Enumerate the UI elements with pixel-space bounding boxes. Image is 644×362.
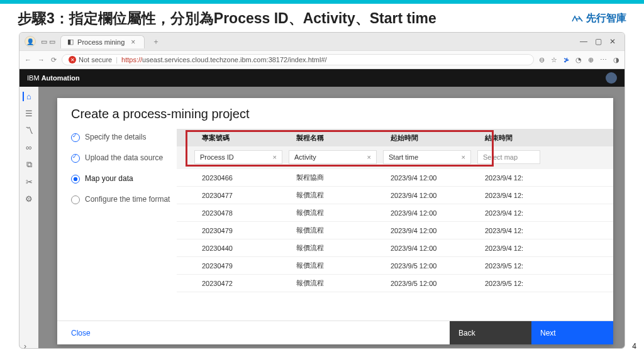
cell-activity: 報價流程 — [289, 190, 383, 200]
rail-settings-icon[interactable]: ⚙ — [25, 194, 33, 204]
cell-end: 2023/9/5 12: — [477, 262, 547, 270]
rail-copy-icon[interactable]: ⧉ — [26, 160, 32, 170]
ibm-brand: IBM Automation — [27, 74, 80, 82]
nav-refresh-icon[interactable]: ⟳ — [51, 56, 57, 64]
step-configure-time[interactable]: Configure the time format — [71, 195, 172, 204]
mapping-end-time[interactable]: Select map — [477, 150, 540, 164]
browser-tab[interactable]: ◧ Process mining × — [60, 35, 145, 48]
cell-id: 20230466 — [194, 174, 289, 182]
table-row: 20230477報價流程2023/9/4 12:002023/9/4 12: — [177, 187, 613, 204]
tab-title: Process mining — [77, 38, 125, 46]
clear-icon[interactable]: × — [273, 153, 277, 161]
cell-id: 20230477 — [194, 192, 289, 199]
cell-end: 2023/9/4 12: — [477, 227, 547, 234]
cell-end: 2023/9/4 12: — [477, 209, 547, 217]
col-header-1: 專案號碼 — [194, 133, 289, 143]
cell-id: 20230440 — [194, 244, 289, 252]
profile-avatar-icon[interactable]: 👤 — [25, 36, 36, 47]
mapping-process-id[interactable]: Process ID× — [194, 150, 282, 164]
browser-tabs-row: 👤 ▭ ▭ ◧ Process mining × ＋ — ▢ ✕ — [19, 33, 625, 50]
cell-start: 2023/9/5 12:00 — [383, 262, 477, 270]
tab-close-icon[interactable]: × — [128, 38, 138, 47]
not-secure-icon: ✕ — [69, 56, 76, 63]
step-upload-data[interactable]: Upload the data source — [71, 153, 172, 163]
rail-cut-icon[interactable]: ✂ — [26, 177, 33, 187]
table-row: 20230479報價流程2023/9/4 12:002023/9/4 12: — [177, 222, 613, 239]
step-specify-details[interactable]: Specify the details — [71, 133, 172, 142]
cell-start: 2023/9/4 12:00 — [383, 209, 477, 217]
ibm-top-bar: IBM Automation — [19, 69, 625, 87]
col-header-4: 結束時間 — [477, 133, 547, 143]
copilot-icon[interactable]: ◑ — [613, 56, 619, 64]
next-button[interactable]: Next — [531, 321, 613, 344]
cell-activity: 報價流程 — [289, 278, 383, 288]
search-zoom-icon[interactable]: ⊖ — [539, 56, 545, 64]
clear-icon[interactable]: × — [462, 153, 465, 161]
table-row: 20230479報價流程2023/9/5 12:002023/9/5 12: — [177, 257, 613, 275]
rail-chart-icon[interactable]: 〽 — [25, 126, 33, 135]
tab-favicon-icon: ◧ — [67, 38, 74, 46]
brand-logo: 先行智庫 — [572, 12, 626, 25]
mapping-row: Process ID× Activity× Start time× Select… — [177, 146, 613, 169]
table-row: 20230478報價流程2023/9/4 12:002023/9/4 12: — [177, 204, 613, 222]
user-avatar-icon[interactable] — [606, 72, 617, 84]
rail-home-icon[interactable]: ⌂ — [23, 92, 31, 101]
mapping-start-time[interactable]: Start time× — [383, 150, 471, 164]
window-maximize-icon[interactable]: ▢ — [595, 37, 602, 46]
cell-activity: 報價流程 — [289, 243, 383, 253]
modal-title: Create a process-mining project — [57, 98, 613, 129]
workspace-icons[interactable]: ▭ ▭ — [41, 38, 55, 46]
cell-id: 20230472 — [194, 280, 289, 287]
cell-activity: 製程協商 — [289, 173, 383, 182]
data-pane: 專案號碼 製程名稱 起始時間 結束時間 Process ID× Activity… — [177, 129, 613, 321]
cell-end: 2023/9/4 12: — [477, 192, 547, 199]
table-row: 20230472報價流程2023/9/5 12:002023/9/5 12: — [177, 275, 613, 292]
app-viewport: IBM Automation ⌂ ☰ 〽 ∞ ⧉ ✂ ⚙ Create a pr… — [19, 69, 625, 348]
back-button[interactable]: Back — [450, 321, 531, 344]
address-bar[interactable]: ✕ Not secure | https://useast.services.c… — [62, 54, 534, 65]
cell-end: 2023/9/5 12: — [477, 280, 547, 287]
flow-extension-icon[interactable]: ≯ — [564, 56, 569, 64]
cell-end: 2023/9/4 12: — [477, 244, 547, 252]
cell-start: 2023/9/4 12:00 — [383, 227, 477, 234]
modal-footer: Close Back Next — [57, 321, 613, 344]
cell-activity: 報價流程 — [289, 208, 383, 217]
cell-id: 20230479 — [194, 262, 289, 270]
modal-dialog: Create a process-mining project Specify … — [57, 98, 613, 344]
url-text: https://useast.services.cloud.techzone.i… — [121, 56, 327, 63]
not-secure-label: Not secure — [79, 56, 112, 63]
cell-id: 20230479 — [194, 227, 289, 234]
slide-header: 步驟3：指定欄位屬性，分別為Process ID、Activity、Start … — [0, 4, 644, 32]
cell-start: 2023/9/4 12:00 — [383, 244, 477, 252]
cell-start: 2023/9/4 12:00 — [383, 174, 477, 182]
table-row: 20230440報價流程2023/9/4 12:002023/9/4 12: — [177, 239, 613, 257]
page-number: 4 — [632, 342, 636, 351]
table-header: 專案號碼 製程名稱 起始時間 結束時間 — [177, 129, 613, 146]
extensions-icon[interactable]: ◔ — [575, 56, 582, 64]
cell-end: 2023/9/4 12: — [477, 174, 547, 182]
cell-start: 2023/9/4 12:00 — [383, 192, 477, 199]
collections-icon[interactable]: ⊕ — [588, 56, 594, 64]
data-rows: 20230466製程協商2023/9/4 12:002023/9/4 12:20… — [177, 169, 613, 292]
slide-title: 步驟3：指定欄位屬性，分別為Process ID、Activity、Start … — [18, 9, 436, 28]
new-tab-button[interactable]: ＋ — [150, 36, 162, 47]
step-map-data[interactable]: Map your data — [71, 174, 172, 184]
side-rail: ⌂ ☰ 〽 ∞ ⧉ ✂ ⚙ — [19, 87, 38, 348]
window-close-icon[interactable]: ✕ — [609, 37, 616, 46]
cell-start: 2023/9/5 12:00 — [383, 280, 477, 287]
brand-icon — [572, 14, 583, 23]
nav-forward-icon[interactable]: → — [38, 56, 45, 64]
favorite-icon[interactable]: ☆ — [551, 56, 557, 64]
window-minimize-icon[interactable]: — — [580, 37, 587, 46]
browser-window: 👤 ▭ ▭ ◧ Process mining × ＋ — ▢ ✕ ← → ⟳ ✕… — [19, 32, 625, 349]
mapping-activity[interactable]: Activity× — [289, 150, 377, 164]
rail-list-icon[interactable]: ☰ — [25, 109, 33, 118]
more-icon[interactable]: ⋯ — [600, 56, 607, 64]
expand-rail-icon[interactable]: › — [24, 342, 26, 351]
nav-back-icon[interactable]: ← — [25, 56, 31, 64]
clear-icon[interactable]: × — [367, 153, 371, 161]
col-header-2: 製程名稱 — [289, 133, 383, 143]
rail-link-icon[interactable]: ∞ — [26, 143, 31, 152]
table-row: 20230466製程協商2023/9/4 12:002023/9/4 12: — [177, 169, 613, 187]
close-button[interactable]: Close — [57, 321, 450, 344]
